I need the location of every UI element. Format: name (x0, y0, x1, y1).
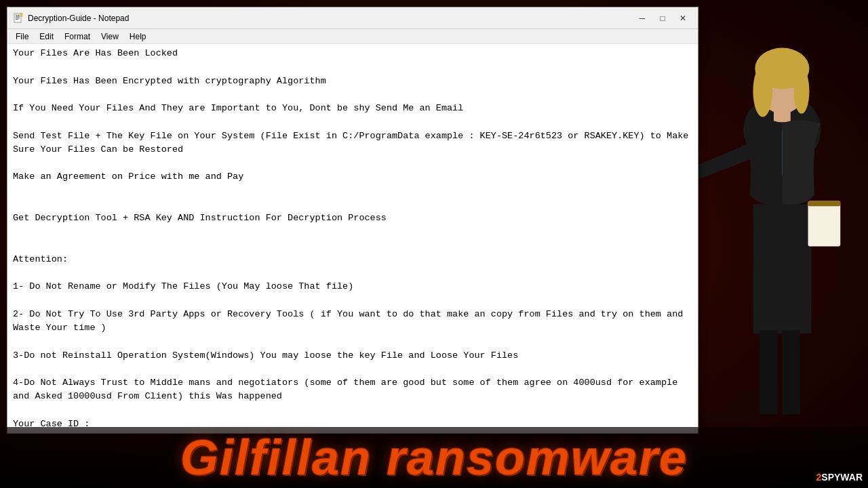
menu-bar: File Edit Format View Help (7, 29, 698, 44)
svg-rect-7 (753, 204, 811, 333)
menu-view[interactable]: View (96, 29, 124, 43)
ransomware-title: Gilfillan ransomware (180, 430, 688, 485)
window-controls: ─ □ ✕ (633, 11, 692, 26)
notepad-window: Decryption-Guide - Notepad ─ □ ✕ File Ed… (7, 7, 698, 434)
watermark-suffix: SPYWAR (821, 472, 863, 483)
menu-format[interactable]: Format (59, 29, 96, 43)
svg-rect-16 (16, 18, 20, 18)
notepad-icon (13, 13, 24, 24)
minimize-button[interactable]: ─ (633, 11, 652, 26)
svg-point-4 (794, 68, 810, 114)
svg-rect-18 (20, 13, 22, 16)
bottom-title-bar: Gilfillan ransomware (0, 427, 868, 488)
close-button[interactable]: ✕ (673, 11, 692, 26)
svg-rect-14 (16, 15, 20, 16)
svg-rect-5 (774, 109, 791, 122)
maximize-button[interactable]: □ (653, 11, 672, 26)
svg-rect-10 (808, 201, 841, 207)
svg-rect-15 (16, 16, 20, 17)
menu-help[interactable]: Help (124, 29, 152, 43)
svg-rect-17 (16, 19, 18, 20)
svg-rect-11 (760, 330, 778, 414)
window-title: Decryption-Guide - Notepad (28, 14, 633, 23)
svg-rect-9 (808, 201, 841, 247)
title-bar: Decryption-Guide - Notepad ─ □ ✕ (7, 7, 698, 29)
notepad-text-area[interactable]: Your Files Are Has Been Locked Your File… (7, 44, 698, 433)
svg-point-3 (753, 65, 772, 117)
svg-rect-12 (782, 330, 800, 414)
menu-file[interactable]: File (10, 29, 34, 43)
watermark: 2SPYWAR (816, 472, 863, 483)
menu-edit[interactable]: Edit (34, 29, 59, 43)
